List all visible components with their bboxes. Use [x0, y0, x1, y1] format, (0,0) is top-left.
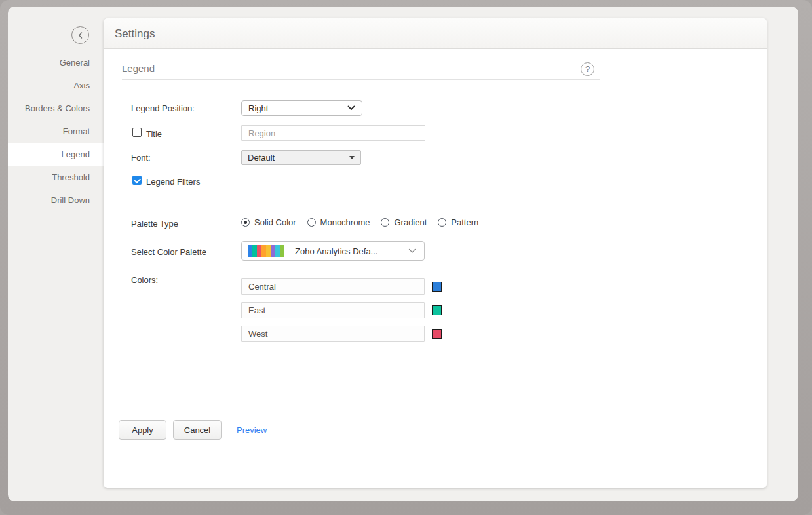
legend-position-label: Legend Position:	[131, 104, 195, 113]
palette-swatch	[275, 245, 280, 257]
apply-button[interactable]: Apply	[119, 420, 166, 440]
palette-swatch	[257, 245, 261, 257]
page-title: Settings	[115, 28, 155, 40]
sidebar-item-general[interactable]: General	[8, 51, 104, 74]
legend-position-value: Right	[248, 104, 268, 113]
radio-monochrome[interactable]: Monochrome	[307, 218, 370, 227]
font-value: Default	[248, 153, 275, 162]
back-button[interactable]	[71, 26, 89, 44]
color-swatch-east[interactable]	[432, 305, 442, 315]
radio-pattern[interactable]: Pattern	[438, 218, 478, 227]
color-name-input-east[interactable]	[241, 302, 425, 318]
window-frame: General Axis Borders & Colors Format Leg…	[0, 0, 812, 515]
sidebar-nav: General Axis Borders & Colors Format Leg…	[8, 51, 104, 212]
title-checkbox[interactable]	[132, 128, 142, 137]
color-name-input-central[interactable]	[241, 278, 425, 295]
settings-panel: Settings Legend ? Legend Position: Right…	[104, 18, 767, 488]
font-select[interactable]: Default	[241, 150, 361, 165]
chevron-left-icon	[77, 32, 84, 39]
legend-filters-label: Legend Filters	[146, 177, 200, 187]
radio-icon	[438, 218, 446, 227]
divider	[118, 404, 603, 404]
color-palette-select[interactable]: Zoho Analytics Defa...	[241, 241, 425, 261]
legend-title-input[interactable]	[241, 125, 425, 141]
sidebar: General Axis Borders & Colors Format Leg…	[8, 7, 104, 501]
font-label: Font:	[131, 153, 151, 162]
preview-link[interactable]: Preview	[237, 425, 267, 435]
radio-icon	[307, 218, 316, 227]
title-label: Title	[146, 129, 162, 139]
select-color-palette-label: Select Color Palette	[131, 247, 206, 257]
divider	[122, 79, 600, 80]
palette-swatch-strip	[248, 245, 284, 257]
palette-type-label: Palette Type	[131, 219, 178, 229]
palette-swatch	[266, 245, 271, 257]
color-palette-value: Zoho Analytics Defa...	[295, 246, 377, 256]
palette-type-radio-group: Solid Color Monochrome Gradient Pattern	[241, 218, 478, 227]
sidebar-item-threshold[interactable]: Threshold	[8, 166, 104, 189]
palette-swatch	[271, 245, 275, 257]
palette-swatch	[280, 245, 284, 257]
palette-swatch	[248, 245, 252, 257]
radio-solid-color[interactable]: Solid Color	[241, 218, 296, 227]
color-swatch-central[interactable]	[432, 282, 442, 292]
panel-header: Settings	[104, 18, 767, 49]
help-icon[interactable]: ?	[581, 62, 594, 76]
chevron-down-icon	[347, 105, 355, 111]
sidebar-item-format[interactable]: Format	[8, 120, 104, 143]
legend-filters-checkbox[interactable]	[132, 176, 142, 185]
palette-swatch	[261, 245, 266, 257]
color-name-input-west[interactable]	[241, 326, 425, 342]
colors-label: Colors:	[131, 275, 158, 285]
dropdown-arrow-icon	[349, 156, 355, 159]
radio-gradient[interactable]: Gradient	[381, 218, 427, 227]
legend-position-select[interactable]: Right	[241, 100, 362, 116]
sidebar-item-legend[interactable]: Legend	[8, 143, 104, 166]
divider	[122, 195, 446, 195]
palette-swatch	[252, 245, 257, 257]
radio-icon	[241, 218, 250, 227]
sidebar-item-borders-colors[interactable]: Borders & Colors	[8, 97, 104, 120]
cancel-button[interactable]: Cancel	[173, 420, 222, 440]
radio-icon	[381, 218, 389, 227]
section-title: Legend	[122, 63, 155, 74]
color-swatch-west[interactable]	[432, 329, 442, 339]
sidebar-item-drill-down[interactable]: Drill Down	[8, 189, 104, 212]
sidebar-item-axis[interactable]: Axis	[8, 74, 104, 97]
chevron-down-icon	[408, 248, 416, 254]
settings-window: General Axis Borders & Colors Format Leg…	[8, 7, 798, 501]
